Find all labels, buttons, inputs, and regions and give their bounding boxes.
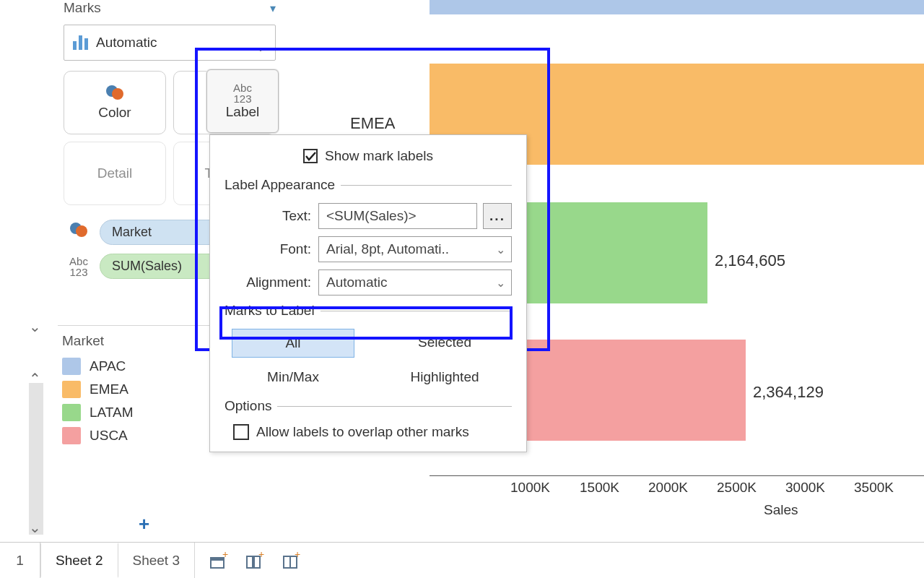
x-tick: 3500K — [854, 480, 894, 496]
label-button[interactable]: Abc123 Label — [206, 69, 279, 133]
add-sheet-plus-icon[interactable]: + — [139, 513, 149, 535]
label-text-field[interactable]: <SUM(Sales)> — [318, 203, 477, 229]
abc123-icon: Abc123 — [233, 82, 252, 104]
x-tick: 1500K — [580, 480, 619, 496]
marks-to-label-selected[interactable]: Selected — [383, 329, 506, 358]
x-tick: 2000K — [648, 480, 688, 496]
svg-text:+: + — [258, 552, 264, 560]
show-mark-labels-checkbox[interactable] — [303, 149, 318, 163]
marks-to-label-minmax[interactable]: Min/Max — [232, 363, 354, 391]
font-field-label: Font: — [225, 241, 311, 257]
collapse-chevron-down[interactable]: ⌄ — [29, 318, 41, 335]
chevron-down-icon: ⌄ — [496, 243, 505, 256]
x-axis-label: Sales — [764, 502, 798, 518]
marks-to-label-highlighted[interactable]: Highlighted — [383, 363, 506, 391]
allow-overlap-checkbox[interactable] — [233, 424, 249, 440]
label-text-edit-button[interactable]: ... — [483, 203, 512, 229]
svg-rect-1 — [79, 35, 82, 50]
mark-type-dropdown[interactable]: Automatic ⌄ — [64, 25, 276, 61]
mark-type-label: Automatic — [96, 35, 157, 51]
new-worksheet-icon[interactable]: + — [209, 552, 228, 569]
tab-sheet-2[interactable]: Sheet 2 — [40, 543, 118, 578]
svg-text:+: + — [222, 552, 228, 560]
detail-button[interactable]: Detail — [64, 142, 166, 205]
bar-label-latam: 2,164,605 — [715, 251, 785, 270]
svg-rect-12 — [247, 556, 253, 568]
marks-to-label-all[interactable]: All — [232, 329, 354, 358]
vertical-splitter[interactable] — [29, 383, 43, 535]
text-field-label: Text: — [225, 208, 311, 224]
label-alignment-dropdown[interactable]: Automatic⌄ — [318, 269, 512, 296]
svg-point-8 — [76, 225, 87, 237]
section-label-appearance: Label Appearance — [225, 177, 335, 193]
abc123-icon: Abc123 — [64, 256, 94, 277]
bar-apac[interactable] — [430, 0, 924, 14]
category-label-emea: EMEA — [350, 114, 395, 133]
bar-chart-icon — [73, 35, 89, 50]
chevron-down-icon: ⌄ — [255, 38, 266, 55]
marks-title: Marks — [64, 0, 101, 16]
scroll-down-chevron[interactable]: ⌄ — [29, 519, 41, 536]
alignment-field-label: Alignment: — [225, 275, 311, 290]
color-button[interactable]: Color — [64, 71, 166, 134]
show-mark-labels-label: Show mark labels — [325, 148, 433, 164]
label-font-dropdown[interactable]: Arial, 8pt, Automati..⌄ — [318, 236, 512, 262]
x-tick: 1000K — [510, 480, 550, 496]
new-story-icon[interactable]: + — [282, 552, 300, 569]
new-dashboard-icon[interactable]: + — [245, 552, 264, 569]
svg-rect-2 — [84, 38, 88, 50]
color-glyph-icon — [64, 222, 94, 243]
sheet-tabs: 1 Sheet 2 Sheet 3 + + + — [0, 542, 924, 578]
x-axis — [430, 475, 924, 476]
svg-text:+: + — [295, 552, 300, 560]
section-options: Options — [225, 398, 271, 414]
label-options-popup: Show mark labels Label Appearance Text: … — [209, 134, 527, 452]
bar-label-usca: 2,364,129 — [753, 383, 824, 402]
allow-overlap-label: Allow labels to overlap other marks — [256, 424, 469, 440]
x-tick: 3000K — [785, 480, 825, 496]
color-icon — [105, 85, 124, 102]
tab-sheet-3[interactable]: Sheet 3 — [118, 543, 196, 578]
tab-number[interactable]: 1 — [0, 543, 40, 578]
svg-rect-0 — [73, 41, 77, 50]
section-marks-to-label: Marks to Label — [225, 303, 315, 319]
x-tick: 2500K — [717, 480, 757, 496]
marks-card-menu-icon[interactable]: ▾ — [270, 1, 276, 15]
chevron-down-icon: ⌄ — [496, 276, 505, 290]
svg-point-4 — [112, 88, 123, 100]
